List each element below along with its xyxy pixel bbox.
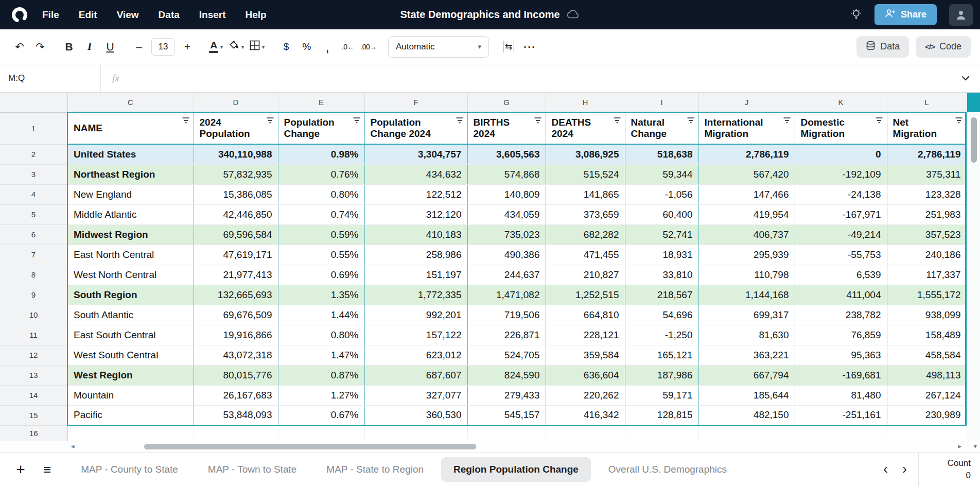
menu-file[interactable]: File: [42, 9, 59, 21]
cell-value[interactable]: 515,524: [546, 164, 625, 184]
filter-icon[interactable]: [614, 117, 621, 124]
cell-value[interactable]: 1,144,168: [698, 285, 795, 305]
cell-value[interactable]: 244,637: [467, 265, 546, 285]
cell-value[interactable]: 357,523: [887, 224, 967, 245]
cell-value[interactable]: 3,086,925: [546, 144, 625, 164]
column-header-D[interactable]: D: [194, 93, 278, 112]
cell-value[interactable]: 151,197: [364, 265, 467, 285]
row-header-4[interactable]: 4: [0, 184, 67, 204]
sheet-list-button[interactable]: ≡: [43, 463, 51, 476]
empty-cell[interactable]: [546, 425, 625, 441]
horizontal-scrollbar-thumb[interactable]: [144, 444, 476, 449]
row-header-9[interactable]: 9: [0, 285, 67, 305]
cell-value[interactable]: 373,659: [546, 204, 625, 224]
filter-icon[interactable]: [687, 117, 694, 124]
cell-value[interactable]: 0.59%: [278, 224, 364, 245]
cell-value[interactable]: 0.67%: [278, 405, 364, 425]
row-header-3[interactable]: 3: [0, 164, 67, 184]
header-cell[interactable]: Population Change: [278, 112, 364, 144]
filter-icon[interactable]: [783, 117, 791, 124]
cell-value[interactable]: 1.27%: [278, 385, 364, 405]
cell-value[interactable]: 267,124: [887, 385, 967, 405]
italic-button[interactable]: I: [79, 37, 100, 57]
cell-name[interactable]: Mountain: [67, 385, 194, 405]
menu-edit[interactable]: Edit: [79, 9, 97, 21]
cell-name[interactable]: East South Central: [67, 325, 194, 345]
cell-value[interactable]: 1,772,335: [364, 285, 467, 305]
cell-value[interactable]: 682,282: [546, 224, 625, 245]
cell-value[interactable]: 992,201: [364, 305, 467, 325]
cell-value[interactable]: 57,832,935: [194, 164, 278, 184]
app-logo-icon[interactable]: [10, 6, 29, 24]
empty-cell[interactable]: [698, 425, 795, 441]
bold-button[interactable]: B: [59, 37, 79, 57]
cell-value[interactable]: 52,741: [625, 224, 698, 245]
cell-value[interactable]: 43,072,318: [194, 345, 278, 365]
menu-view[interactable]: View: [117, 9, 139, 21]
cell-value[interactable]: -169,681: [795, 365, 887, 385]
cell-value[interactable]: 185,644: [698, 385, 795, 405]
cell-value[interactable]: 312,120: [364, 204, 467, 224]
filter-icon[interactable]: [353, 117, 360, 124]
cell-value[interactable]: -167,971: [795, 204, 887, 224]
cell-value[interactable]: 0.87%: [278, 365, 364, 385]
row-header-14[interactable]: 14: [0, 385, 67, 405]
cell-value[interactable]: 524,705: [467, 345, 546, 365]
cell-value[interactable]: 340,110,988: [194, 144, 278, 164]
cell-value[interactable]: 122,512: [364, 184, 467, 204]
cell-value[interactable]: 251,983: [887, 204, 967, 224]
cell-value[interactable]: 2,786,119: [887, 144, 967, 164]
filter-icon[interactable]: [456, 117, 463, 124]
document-title[interactable]: State Demographics and Income: [400, 9, 559, 21]
empty-cell[interactable]: [887, 425, 967, 441]
header-cell[interactable]: BIRTHS 2024: [467, 112, 546, 144]
increase-font-size-button[interactable]: +: [177, 37, 198, 57]
vertical-scrollbar[interactable]: [967, 93, 980, 441]
cell-value[interactable]: 128,815: [625, 405, 698, 425]
cell-value[interactable]: 359,584: [546, 345, 625, 365]
cell-value[interactable]: 434,632: [364, 164, 467, 184]
cell-value[interactable]: 21,977,413: [194, 265, 278, 285]
cell-name[interactable]: West North Central: [67, 265, 194, 285]
cell-value[interactable]: 76,859: [795, 325, 887, 345]
cell-value[interactable]: 3,304,757: [364, 144, 467, 164]
cell-name[interactable]: West South Central: [67, 345, 194, 365]
cell-value[interactable]: 1,555,172: [887, 285, 967, 305]
cell-value[interactable]: 0.80%: [278, 184, 364, 204]
menu-help[interactable]: Help: [246, 9, 267, 21]
cell-value[interactable]: 375,311: [887, 164, 967, 184]
empty-cell[interactable]: [278, 425, 364, 441]
formula-bar-expand-icon[interactable]: [961, 76, 970, 81]
cell-value[interactable]: 80,015,776: [194, 365, 278, 385]
header-cell[interactable]: NAME: [67, 112, 194, 144]
header-cell[interactable]: Natural Change: [625, 112, 698, 144]
underline-button[interactable]: U: [100, 37, 120, 57]
cell-value[interactable]: 1,252,515: [546, 285, 625, 305]
cell-value[interactable]: 2,786,119: [698, 144, 795, 164]
cell-value[interactable]: 0.76%: [278, 164, 364, 184]
cell-value[interactable]: -1,250: [625, 325, 698, 345]
cell-value[interactable]: 0: [795, 144, 887, 164]
filter-icon[interactable]: [267, 117, 274, 124]
cell-value[interactable]: 140,809: [467, 184, 546, 204]
tips-lightbulb-icon[interactable]: [850, 9, 862, 21]
cell-value[interactable]: 567,420: [698, 164, 795, 184]
cell-value[interactable]: 363,221: [698, 345, 795, 365]
empty-cell[interactable]: [625, 425, 698, 441]
cell-value[interactable]: -1,056: [625, 184, 698, 204]
more-options-button[interactable]: ⋯: [519, 37, 539, 57]
cell-value[interactable]: 938,099: [887, 305, 967, 325]
row-header-13[interactable]: 13: [0, 365, 67, 385]
cell-value[interactable]: 141,865: [546, 184, 625, 204]
cell-value[interactable]: 218,567: [625, 285, 698, 305]
number-format-select[interactable]: Automatic ▾: [388, 36, 489, 58]
cell-name[interactable]: United States: [67, 144, 194, 164]
cell-value[interactable]: -55,753: [795, 245, 887, 265]
data-panel-button[interactable]: Data: [856, 36, 909, 58]
scroll-left-icon[interactable]: ◂: [71, 442, 75, 450]
column-header-G[interactable]: G: [467, 93, 546, 112]
cell-value[interactable]: 623,012: [364, 345, 467, 365]
cell-value[interactable]: 0.74%: [278, 204, 364, 224]
header-cell[interactable]: Population Change 2024: [364, 112, 467, 144]
cell-value[interactable]: 228,121: [546, 325, 625, 345]
